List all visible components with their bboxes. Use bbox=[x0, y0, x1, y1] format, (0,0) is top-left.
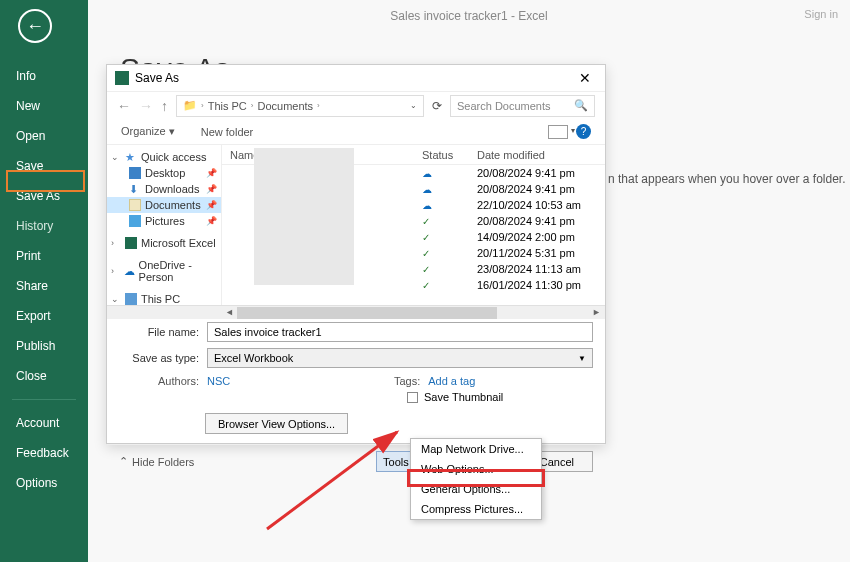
tools-web-options[interactable]: Web Options... bbox=[411, 459, 541, 479]
sidebar-item-save[interactable]: Save bbox=[0, 151, 88, 181]
save-as-dialog: Save As ✕ ← → ↑ 📁 › This PC › Documents … bbox=[106, 64, 606, 444]
preview-placeholder bbox=[254, 148, 354, 285]
back-arrow-icon: ← bbox=[26, 16, 44, 37]
tags-label: Tags: bbox=[230, 375, 420, 387]
date-cell: 23/08/2024 11:13 am bbox=[477, 263, 587, 275]
dialog-body: ⌄★Quick access Desktop📌 ⬇Downloads📌 Docu… bbox=[107, 145, 605, 305]
scroll-left-icon[interactable]: ◄ bbox=[225, 307, 234, 317]
pin-icon: 📌 bbox=[206, 184, 217, 194]
sidebar-item-close[interactable]: Close bbox=[0, 361, 88, 391]
sidebar-item-save-as[interactable]: Save As bbox=[0, 181, 88, 211]
filename-label: File name: bbox=[119, 326, 199, 338]
sidebar-menu: Info New Open Save Save As History Print… bbox=[0, 61, 88, 498]
titlebar-text: Sales invoice tracker1 - Excel bbox=[390, 9, 547, 23]
tools-menu: Map Network Drive... Web Options... Gene… bbox=[410, 438, 542, 520]
sidebar-item-share[interactable]: Share bbox=[0, 271, 88, 301]
tools-general-options[interactable]: General Options... bbox=[411, 479, 541, 499]
status-icon: ✓ bbox=[422, 280, 430, 291]
sidebar-item-feedback[interactable]: Feedback bbox=[0, 438, 88, 468]
nav-up-icon[interactable]: ↑ bbox=[161, 98, 168, 114]
status-icon: ✓ bbox=[422, 216, 430, 227]
sidebar-item-info[interactable]: Info bbox=[0, 61, 88, 91]
tree-onedrive[interactable]: ›☁OneDrive - Person bbox=[107, 257, 221, 285]
date-cell: 20/11/2024 5:31 pm bbox=[477, 247, 587, 259]
column-status[interactable]: Status bbox=[422, 149, 477, 161]
date-cell: 20/08/2024 9:41 pm bbox=[477, 183, 587, 195]
save-thumbnail-checkbox[interactable] bbox=[407, 392, 418, 403]
column-date[interactable]: Date modified bbox=[477, 149, 587, 161]
back-button[interactable]: ← bbox=[18, 9, 52, 43]
horizontal-scrollbar[interactable]: ◄ ► bbox=[107, 305, 605, 319]
status-icon: ☁ bbox=[422, 184, 432, 195]
nav-forward-icon: → bbox=[139, 98, 153, 114]
sidebar-item-new[interactable]: New bbox=[0, 91, 88, 121]
date-cell: 14/09/2024 2:00 pm bbox=[477, 231, 587, 243]
backstage-sidebar: ← Info New Open Save Save As History Pri… bbox=[0, 0, 88, 562]
tree-documents[interactable]: Documents📌 bbox=[107, 197, 221, 213]
scroll-right-icon[interactable]: ► bbox=[592, 307, 601, 317]
date-cell: 20/08/2024 9:41 pm bbox=[477, 167, 587, 179]
authors-value[interactable]: NSC bbox=[207, 375, 230, 387]
filename-input[interactable] bbox=[207, 322, 593, 342]
status-icon: ☁ bbox=[422, 168, 432, 179]
dialog-titlebar: Save As ✕ bbox=[107, 65, 605, 91]
tools-compress-pictures[interactable]: Compress Pictures... bbox=[411, 499, 541, 519]
nav-back-icon[interactable]: ← bbox=[117, 98, 131, 114]
tree-downloads[interactable]: ⬇Downloads📌 bbox=[107, 181, 221, 197]
help-icon[interactable]: ? bbox=[576, 124, 591, 139]
dialog-toolbar: Organize ▾ New folder ▾ ? bbox=[107, 119, 605, 145]
view-options-icon[interactable]: ▾ bbox=[548, 125, 568, 139]
close-icon[interactable]: ✕ bbox=[573, 70, 597, 86]
hide-folders-toggle[interactable]: ⌃Hide Folders bbox=[119, 455, 194, 468]
sidebar-item-publish[interactable]: Publish bbox=[0, 331, 88, 361]
sidebar-item-open[interactable]: Open bbox=[0, 121, 88, 151]
breadcrumb-documents[interactable]: Documents bbox=[257, 100, 313, 112]
status-icon: ✓ bbox=[422, 264, 430, 275]
sidebar-item-options[interactable]: Options bbox=[0, 468, 88, 498]
sidebar-item-account[interactable]: Account bbox=[0, 408, 88, 438]
tree-quick-access[interactable]: ⌄★Quick access bbox=[107, 149, 221, 165]
tree-thispc[interactable]: ⌄This PC bbox=[107, 291, 221, 305]
titlebar: Sales invoice tracker1 - Excel Sign in bbox=[88, 0, 850, 32]
sidebar-item-history[interactable]: History bbox=[0, 211, 88, 241]
tags-value[interactable]: Add a tag bbox=[428, 375, 475, 387]
search-placeholder: Search Documents bbox=[457, 100, 551, 112]
sidebar-item-export[interactable]: Export bbox=[0, 301, 88, 331]
pin-icon: 📌 bbox=[206, 200, 217, 210]
save-thumbnail-label: Save Thumbnail bbox=[424, 391, 503, 403]
folder-tree: ⌄★Quick access Desktop📌 ⬇Downloads📌 Docu… bbox=[107, 145, 222, 305]
dialog-title: Save As bbox=[135, 71, 179, 85]
browser-view-options-button[interactable]: Browser View Options... bbox=[205, 413, 348, 434]
status-icon: ☁ bbox=[422, 200, 432, 211]
breadcrumb-thispc[interactable]: This PC bbox=[208, 100, 247, 112]
address-bar[interactable]: 📁 › This PC › Documents › ⌄ bbox=[176, 95, 424, 117]
organize-menu[interactable]: Organize ▾ bbox=[121, 125, 175, 138]
tree-excel[interactable]: ›Microsoft Excel bbox=[107, 235, 221, 251]
tree-desktop[interactable]: Desktop📌 bbox=[107, 165, 221, 181]
search-input[interactable]: Search Documents 🔍 bbox=[450, 95, 595, 117]
scrollbar-thumb[interactable] bbox=[237, 307, 497, 319]
tools-map-network[interactable]: Map Network Drive... bbox=[411, 439, 541, 459]
pin-icon: 📌 bbox=[206, 168, 217, 178]
new-folder-button[interactable]: New folder bbox=[201, 126, 254, 138]
hint-text: n that appears when you hover over a fol… bbox=[608, 172, 846, 186]
tree-pictures[interactable]: Pictures📌 bbox=[107, 213, 221, 229]
sidebar-item-print[interactable]: Print bbox=[0, 241, 88, 271]
date-cell: 22/10/2024 10:53 am bbox=[477, 199, 587, 211]
signin-link[interactable]: Sign in bbox=[804, 8, 838, 20]
folder-icon: 📁 bbox=[183, 99, 197, 112]
savetype-select[interactable]: Excel Workbook▼ bbox=[207, 348, 593, 368]
sidebar-divider bbox=[12, 399, 76, 400]
status-icon: ✓ bbox=[422, 248, 430, 259]
search-icon: 🔍 bbox=[574, 99, 588, 112]
nav-row: ← → ↑ 📁 › This PC › Documents › ⌄ ⟳ Sear… bbox=[107, 91, 605, 119]
status-icon: ✓ bbox=[422, 232, 430, 243]
chevron-up-icon: ⌃ bbox=[119, 455, 128, 468]
pin-icon: 📌 bbox=[206, 216, 217, 226]
authors-label: Authors: bbox=[119, 375, 199, 387]
refresh-icon[interactable]: ⟳ bbox=[432, 99, 442, 113]
chevron-down-icon: ▼ bbox=[578, 354, 586, 363]
savetype-label: Save as type: bbox=[119, 352, 199, 364]
chevron-down-icon[interactable]: ⌄ bbox=[410, 101, 417, 110]
excel-icon bbox=[115, 71, 129, 85]
